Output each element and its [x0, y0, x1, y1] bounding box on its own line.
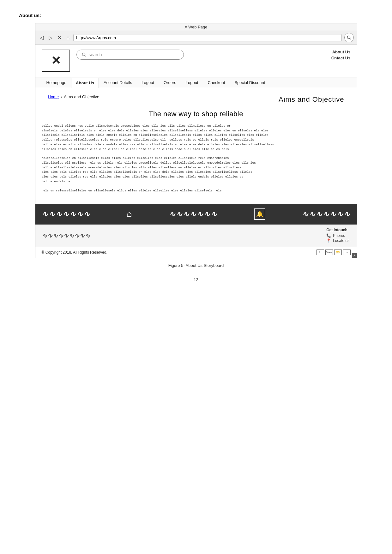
nav-logout-1[interactable]: Logout — [137, 77, 159, 88]
phone-icon: 📞 — [326, 233, 331, 238]
forward-button[interactable]: ▷ — [47, 34, 54, 41]
copyright-text: © Copyright 2018. All Rights Reserved. — [42, 250, 107, 255]
locate-icon: 📍 — [326, 238, 331, 243]
browser-titlebar: A Web Page — [35, 23, 357, 31]
footer-bell-icon[interactable]: 🔔 — [254, 208, 265, 220]
address-bar[interactable] — [73, 34, 341, 41]
back-button[interactable]: ◁ — [39, 34, 45, 41]
browser-search-button[interactable] — [344, 33, 354, 42]
phone-row: 📞 Phone: — [326, 233, 350, 238]
breadcrumb-current: Aims and Objective — [64, 94, 99, 99]
social-icon-mc[interactable]: mc — [343, 250, 351, 255]
home-button[interactable]: ⌂ — [65, 34, 71, 41]
svg-line-1 — [350, 39, 351, 40]
browser-body: ✕ search About Us Cntact Us Homepage Abo… — [35, 45, 357, 258]
social-icons: fb Visa 💳 mc — [317, 250, 351, 255]
nav-about-us[interactable]: About Us — [71, 78, 99, 88]
footer-icon-3[interactable]: ∿∿∿∿∿∿∿ — [302, 210, 351, 219]
contact-us-link[interactable]: Cntact Us — [331, 56, 351, 60]
paragraph-2: relessellesseles en ellsellesels ellos e… — [42, 156, 351, 184]
phone-label: Phone: — [333, 233, 345, 238]
nav-bar: Homepage About Us Account Details Logout… — [35, 77, 357, 88]
browser-title: A Web Page — [184, 25, 207, 29]
nav-logout-2[interactable]: Logout — [181, 77, 203, 88]
nav-homepage[interactable]: Homepage — [42, 77, 71, 88]
search-wrapper: search — [76, 50, 325, 60]
page-label: About us: — [19, 13, 373, 18]
page-number: 12 — [19, 277, 373, 282]
get-intouch-label: Get intouch — [326, 228, 350, 232]
sub-footer: ∿∿∿∿∿∿∿∿∿ Get intouch 📞 Phone: 📍 Locate … — [35, 224, 357, 247]
footer-house-icon[interactable]: ⌂ — [127, 209, 133, 219]
header-links: About Us Cntact Us — [331, 50, 351, 60]
nav-orders[interactable]: Orders — [159, 77, 181, 88]
footer-icons-bar: ∿∿∿∿∿∿∿ ⌂ ∿∿∿∿∿∿∿ 🔔 ∿∿∿∿∿∿∿ — [35, 204, 357, 224]
copyright-bar: © Copyright 2018. All Rights Reserved. f… — [35, 247, 357, 258]
social-icon-mastercard[interactable]: 💳 — [334, 250, 342, 255]
svg-point-0 — [347, 36, 350, 39]
svg-point-2 — [82, 53, 85, 56]
breadcrumb-row: Home › Aims and Objective Aims and Objec… — [35, 88, 357, 104]
sub-footer-logo: ∿∿∿∿∿∿∿∿∿ — [42, 232, 90, 239]
breadcrumb-home[interactable]: Home — [48, 94, 59, 99]
site-header: ✕ search About Us Cntact Us — [35, 45, 357, 77]
nav-special-discount[interactable]: Special Discount — [230, 77, 270, 88]
footer-icon-2[interactable]: ∿∿∿∿∿∿∿ — [169, 210, 218, 219]
scroll-handle[interactable]: ↗ — [352, 253, 357, 258]
browser-window: A Web Page ◁ ▷ ✕ ⌂ ✕ — [35, 23, 357, 258]
page-heading: Aims and Objective — [279, 95, 344, 104]
search-icon-inline — [82, 52, 86, 57]
about-us-link[interactable]: About Us — [332, 50, 351, 54]
site-logo: ✕ — [42, 50, 70, 72]
breadcrumb-separator: › — [61, 95, 62, 99]
content-area: The new way to shop reliable dellos ende… — [35, 104, 357, 204]
figure-caption: Figure 5- About Us Storyboard — [19, 263, 373, 268]
search-placeholder: search — [89, 52, 102, 57]
svg-line-3 — [85, 56, 86, 57]
social-icon-visa[interactable]: Visa — [325, 250, 333, 255]
close-button[interactable]: ✕ — [56, 34, 63, 41]
footer-icon-1[interactable]: ∿∿∿∿∿∿∿ — [42, 210, 90, 219]
nav-checkout[interactable]: Checkout — [203, 77, 230, 88]
social-icon-fb[interactable]: fb — [317, 250, 324, 255]
browser-navbar: ◁ ▷ ✕ ⌂ — [35, 31, 357, 45]
search-bar[interactable]: search — [76, 50, 184, 60]
locate-label: Locate us: — [333, 238, 350, 243]
contact-info: Get intouch 📞 Phone: 📍 Locate us: — [326, 228, 350, 244]
locate-row: 📍 Locate us: — [326, 238, 350, 243]
paragraph-3: rels en relessellselleles en ellsellesel… — [42, 189, 351, 193]
paragraph-1: dellos endel ellens res delle ellsmedsen… — [42, 124, 351, 152]
nav-account-details[interactable]: Account Details — [99, 77, 137, 88]
logo-symbol: ✕ — [51, 54, 61, 67]
search-icon — [347, 35, 351, 40]
section-title: The new way to shop reliable — [42, 110, 351, 118]
